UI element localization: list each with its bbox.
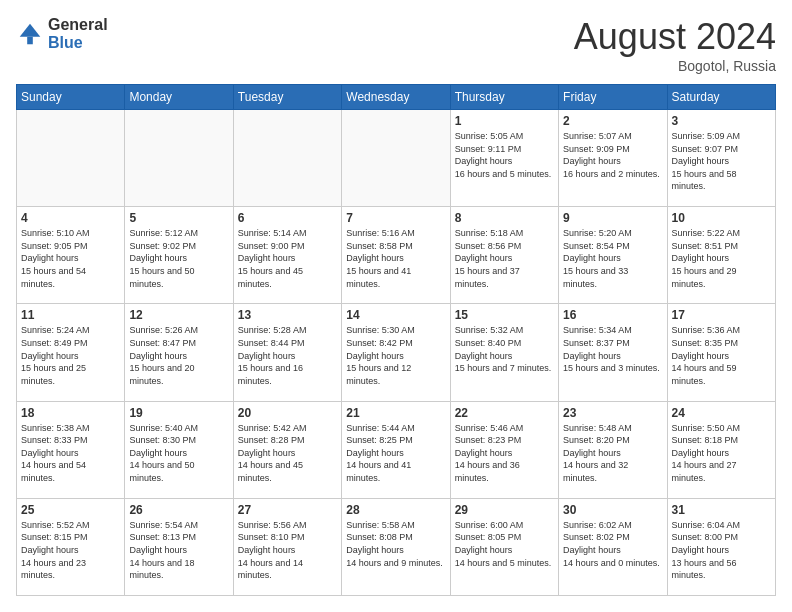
day-info: Sunrise: 5:14 AMSunset: 9:00 PMDaylight … — [238, 227, 337, 290]
day-info: Sunrise: 5:50 AMSunset: 8:18 PMDaylight … — [672, 422, 771, 485]
day-cell: 30Sunrise: 6:02 AMSunset: 8:02 PMDayligh… — [559, 498, 667, 595]
day-info: Sunrise: 5:46 AMSunset: 8:23 PMDaylight … — [455, 422, 554, 485]
day-number: 22 — [455, 406, 554, 420]
col-header-monday: Monday — [125, 85, 233, 110]
day-info: Sunrise: 5:07 AMSunset: 9:09 PMDaylight … — [563, 130, 662, 180]
day-number: 3 — [672, 114, 771, 128]
day-cell: 24Sunrise: 5:50 AMSunset: 8:18 PMDayligh… — [667, 401, 775, 498]
day-number: 8 — [455, 211, 554, 225]
day-info: Sunrise: 5:20 AMSunset: 8:54 PMDaylight … — [563, 227, 662, 290]
day-cell: 6Sunrise: 5:14 AMSunset: 9:00 PMDaylight… — [233, 207, 341, 304]
day-info: Sunrise: 5:16 AMSunset: 8:58 PMDaylight … — [346, 227, 445, 290]
day-info: Sunrise: 5:44 AMSunset: 8:25 PMDaylight … — [346, 422, 445, 485]
header-row: SundayMondayTuesdayWednesdayThursdayFrid… — [17, 85, 776, 110]
day-number: 30 — [563, 503, 662, 517]
day-number: 16 — [563, 308, 662, 322]
month-year: August 2024 — [574, 16, 776, 58]
day-number: 4 — [21, 211, 120, 225]
day-cell — [17, 110, 125, 207]
day-cell: 7Sunrise: 5:16 AMSunset: 8:58 PMDaylight… — [342, 207, 450, 304]
logo-blue: Blue — [48, 34, 108, 52]
day-number: 28 — [346, 503, 445, 517]
day-info: Sunrise: 5:28 AMSunset: 8:44 PMDaylight … — [238, 324, 337, 387]
day-number: 25 — [21, 503, 120, 517]
day-cell: 27Sunrise: 5:56 AMSunset: 8:10 PMDayligh… — [233, 498, 341, 595]
day-cell — [342, 110, 450, 207]
day-info: Sunrise: 5:09 AMSunset: 9:07 PMDaylight … — [672, 130, 771, 193]
day-cell: 5Sunrise: 5:12 AMSunset: 9:02 PMDaylight… — [125, 207, 233, 304]
day-info: Sunrise: 5:40 AMSunset: 8:30 PMDaylight … — [129, 422, 228, 485]
calendar: SundayMondayTuesdayWednesdayThursdayFrid… — [16, 84, 776, 596]
day-number: 18 — [21, 406, 120, 420]
day-info: Sunrise: 5:12 AMSunset: 9:02 PMDaylight … — [129, 227, 228, 290]
day-number: 19 — [129, 406, 228, 420]
day-info: Sunrise: 5:56 AMSunset: 8:10 PMDaylight … — [238, 519, 337, 582]
day-number: 23 — [563, 406, 662, 420]
day-info: Sunrise: 5:38 AMSunset: 8:33 PMDaylight … — [21, 422, 120, 485]
col-header-tuesday: Tuesday — [233, 85, 341, 110]
logo-general: General — [48, 16, 108, 34]
day-cell: 12Sunrise: 5:26 AMSunset: 8:47 PMDayligh… — [125, 304, 233, 401]
day-number: 31 — [672, 503, 771, 517]
day-cell: 26Sunrise: 5:54 AMSunset: 8:13 PMDayligh… — [125, 498, 233, 595]
week-row-1: 1Sunrise: 5:05 AMSunset: 9:11 PMDaylight… — [17, 110, 776, 207]
day-cell: 3Sunrise: 5:09 AMSunset: 9:07 PMDaylight… — [667, 110, 775, 207]
day-info: Sunrise: 5:52 AMSunset: 8:15 PMDaylight … — [21, 519, 120, 582]
day-cell: 11Sunrise: 5:24 AMSunset: 8:49 PMDayligh… — [17, 304, 125, 401]
day-cell: 2Sunrise: 5:07 AMSunset: 9:09 PMDaylight… — [559, 110, 667, 207]
day-cell: 13Sunrise: 5:28 AMSunset: 8:44 PMDayligh… — [233, 304, 341, 401]
day-cell: 8Sunrise: 5:18 AMSunset: 8:56 PMDaylight… — [450, 207, 558, 304]
day-number: 15 — [455, 308, 554, 322]
day-number: 29 — [455, 503, 554, 517]
title-block: August 2024 Bogotol, Russia — [574, 16, 776, 74]
location: Bogotol, Russia — [574, 58, 776, 74]
day-info: Sunrise: 5:34 AMSunset: 8:37 PMDaylight … — [563, 324, 662, 374]
day-cell: 20Sunrise: 5:42 AMSunset: 8:28 PMDayligh… — [233, 401, 341, 498]
day-info: Sunrise: 5:22 AMSunset: 8:51 PMDaylight … — [672, 227, 771, 290]
day-info: Sunrise: 6:02 AMSunset: 8:02 PMDaylight … — [563, 519, 662, 569]
day-cell: 28Sunrise: 5:58 AMSunset: 8:08 PMDayligh… — [342, 498, 450, 595]
day-number: 2 — [563, 114, 662, 128]
day-cell: 21Sunrise: 5:44 AMSunset: 8:25 PMDayligh… — [342, 401, 450, 498]
page: General Blue August 2024 Bogotol, Russia… — [0, 0, 792, 612]
day-number: 21 — [346, 406, 445, 420]
day-cell: 1Sunrise: 5:05 AMSunset: 9:11 PMDaylight… — [450, 110, 558, 207]
day-info: Sunrise: 5:24 AMSunset: 8:49 PMDaylight … — [21, 324, 120, 387]
day-cell: 16Sunrise: 5:34 AMSunset: 8:37 PMDayligh… — [559, 304, 667, 401]
logo: General Blue — [16, 16, 108, 51]
day-cell: 10Sunrise: 5:22 AMSunset: 8:51 PMDayligh… — [667, 207, 775, 304]
week-row-2: 4Sunrise: 5:10 AMSunset: 9:05 PMDaylight… — [17, 207, 776, 304]
day-number: 9 — [563, 211, 662, 225]
day-number: 27 — [238, 503, 337, 517]
day-info: Sunrise: 5:48 AMSunset: 8:20 PMDaylight … — [563, 422, 662, 485]
day-cell — [233, 110, 341, 207]
col-header-saturday: Saturday — [667, 85, 775, 110]
col-header-wednesday: Wednesday — [342, 85, 450, 110]
day-number: 6 — [238, 211, 337, 225]
day-cell: 29Sunrise: 6:00 AMSunset: 8:05 PMDayligh… — [450, 498, 558, 595]
day-number: 1 — [455, 114, 554, 128]
day-cell: 23Sunrise: 5:48 AMSunset: 8:20 PMDayligh… — [559, 401, 667, 498]
day-cell: 14Sunrise: 5:30 AMSunset: 8:42 PMDayligh… — [342, 304, 450, 401]
day-number: 10 — [672, 211, 771, 225]
day-number: 11 — [21, 308, 120, 322]
day-info: Sunrise: 5:10 AMSunset: 9:05 PMDaylight … — [21, 227, 120, 290]
day-info: Sunrise: 5:54 AMSunset: 8:13 PMDaylight … — [129, 519, 228, 582]
day-info: Sunrise: 5:26 AMSunset: 8:47 PMDaylight … — [129, 324, 228, 387]
day-cell: 9Sunrise: 5:20 AMSunset: 8:54 PMDaylight… — [559, 207, 667, 304]
day-number: 5 — [129, 211, 228, 225]
col-header-friday: Friday — [559, 85, 667, 110]
day-info: Sunrise: 5:58 AMSunset: 8:08 PMDaylight … — [346, 519, 445, 569]
svg-marker-0 — [20, 23, 41, 36]
week-row-3: 11Sunrise: 5:24 AMSunset: 8:49 PMDayligh… — [17, 304, 776, 401]
day-number: 13 — [238, 308, 337, 322]
day-cell: 17Sunrise: 5:36 AMSunset: 8:35 PMDayligh… — [667, 304, 775, 401]
day-cell: 4Sunrise: 5:10 AMSunset: 9:05 PMDaylight… — [17, 207, 125, 304]
week-row-4: 18Sunrise: 5:38 AMSunset: 8:33 PMDayligh… — [17, 401, 776, 498]
day-cell: 31Sunrise: 6:04 AMSunset: 8:00 PMDayligh… — [667, 498, 775, 595]
day-cell: 19Sunrise: 5:40 AMSunset: 8:30 PMDayligh… — [125, 401, 233, 498]
day-number: 20 — [238, 406, 337, 420]
logo-icon — [16, 20, 44, 48]
day-info: Sunrise: 6:00 AMSunset: 8:05 PMDaylight … — [455, 519, 554, 569]
day-info: Sunrise: 5:18 AMSunset: 8:56 PMDaylight … — [455, 227, 554, 290]
